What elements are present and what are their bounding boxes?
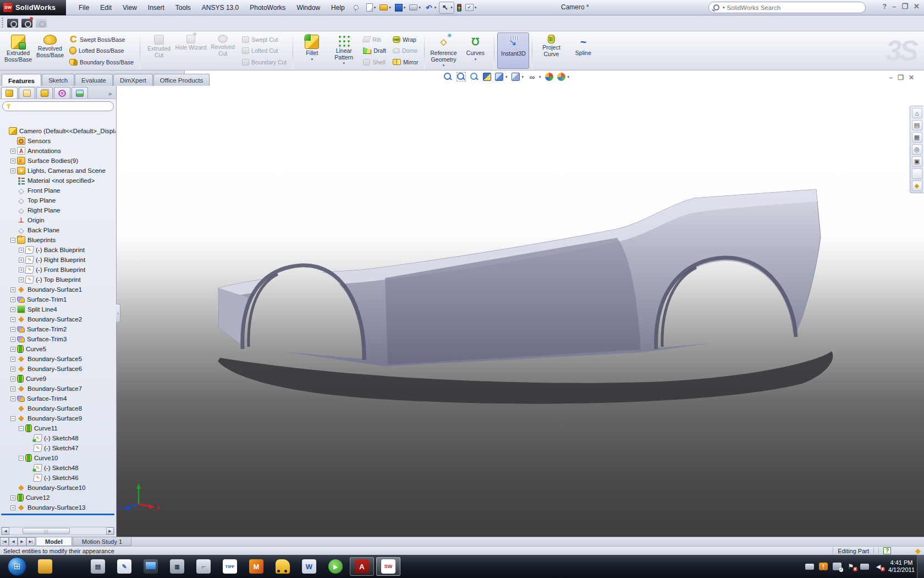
usb-safely-remove-icon[interactable] <box>833 563 842 570</box>
hide-show-items-button[interactable]: ∞▾ <box>527 72 541 81</box>
matlab-taskbar-button[interactable]: M <box>244 557 268 576</box>
rebuild-button[interactable] <box>456 3 463 13</box>
zoom-fit-button[interactable] <box>443 72 453 81</box>
tree-item[interactable]: Right Plane <box>0 205 116 215</box>
last-tab-button[interactable]: ▶| <box>26 537 35 546</box>
filter-input[interactable] <box>14 103 102 110</box>
expand-icon[interactable]: + <box>10 159 15 163</box>
open-button[interactable]: ▾ <box>378 3 392 12</box>
notepad-taskbar-button[interactable]: ✎ <box>112 557 136 576</box>
tree-item[interactable]: Camero (Default<<Default>_Displa <box>0 126 116 136</box>
expand-icon[interactable]: + <box>10 168 15 173</box>
expand-icon[interactable]: + <box>10 396 15 401</box>
tree-filter[interactable] <box>2 101 114 111</box>
expand-icon[interactable]: + <box>10 367 15 372</box>
tab-dimxpert[interactable]: DimXpert <box>113 74 153 86</box>
tree-item[interactable]: +(-) Right Blueprint <box>0 255 116 265</box>
scrollbar-thumb[interactable]: ||| <box>23 528 70 534</box>
extruded-boss-base-button[interactable]: Extruded Boss/Base <box>2 32 34 69</box>
expand-icon[interactable]: + <box>10 149 15 154</box>
tree-item[interactable]: +Surface-Trim4 <box>0 394 116 403</box>
tree-item[interactable]: +Boundary-Surface2 <box>0 314 116 324</box>
previous-view-button[interactable] <box>470 72 479 81</box>
collapse-icon[interactable]: − <box>19 426 24 431</box>
tree-horizontal-scrollbar[interactable]: ◀ ||| ▶ <box>1 527 114 535</box>
tag-icon[interactable]: ◆ <box>915 547 921 555</box>
tree-item[interactable]: +Curve5 <box>0 344 116 354</box>
first-tab-button[interactable]: |◀ <box>0 537 9 546</box>
dropdown-caret-icon[interactable]: ▾ <box>389 6 391 10</box>
car-app-taskbar-button[interactable] <box>271 557 295 576</box>
tree-item[interactable]: +Boundary-Surface13 <box>0 503 116 512</box>
print-render-icon[interactable] <box>36 19 47 28</box>
dropdown-caret-icon[interactable]: ▾ <box>522 75 524 79</box>
menu-window[interactable]: Window <box>292 2 325 13</box>
revolved-boss-base-button[interactable]: Revolved Boss/Base <box>34 32 66 69</box>
toolbar-grip[interactable] <box>2 18 3 29</box>
search-input[interactable] <box>727 4 843 11</box>
collapse-icon[interactable]: − <box>10 238 15 243</box>
menu-file[interactable]: File <box>74 2 94 13</box>
tab-motion-study-1[interactable]: Motion Study 1 <box>73 537 131 546</box>
boundary-boss-base-button[interactable]: Boundary Boss/Base <box>67 57 136 67</box>
expand-icon[interactable]: + <box>10 357 15 362</box>
rollback-bar[interactable] <box>1 514 114 515</box>
start-button[interactable]: ⊞ <box>8 557 26 576</box>
scroll-right-arrow[interactable]: ▶ <box>106 527 114 535</box>
instant3d-button[interactable]: ➝Instant3D <box>497 32 529 69</box>
propertymanager-tab[interactable] <box>19 87 35 99</box>
new-document-button[interactable]: ▾ <box>365 2 377 13</box>
dropdown-caret-icon[interactable]: ▾ <box>443 63 445 68</box>
adobe-reader-taskbar-button[interactable]: A <box>350 557 374 576</box>
tree-item[interactable]: Back Plane <box>0 225 116 235</box>
print-button[interactable]: ▾ <box>408 3 422 12</box>
tree-item[interactable]: +Surface Bodies(9) <box>0 156 116 166</box>
tree-item[interactable]: +Surface-Trim2 <box>0 324 116 334</box>
tree-item[interactable]: Front Plane <box>0 186 116 195</box>
dropdown-caret-icon[interactable]: ▾ <box>419 6 421 10</box>
dropdown-caret-icon[interactable]: ▾ <box>539 75 541 79</box>
view-palette-icon[interactable]: ▣ <box>912 156 922 167</box>
menu-photoworks[interactable]: PhotoWorks <box>245 2 290 13</box>
tree-item[interactable]: Origin <box>0 215 116 225</box>
dropdown-caret-icon[interactable]: ▾ <box>343 61 345 66</box>
tab-office-products[interactable]: Office Products <box>153 74 210 86</box>
custom-properties-icon[interactable]: ◆ <box>912 181 922 191</box>
linear-pattern-button[interactable]: Linear Pattern▾ <box>328 32 360 69</box>
search-box[interactable]: ▾ <box>708 2 866 13</box>
key-tool-taskbar-button[interactable]: ⌐ <box>191 557 216 576</box>
dropdown-caret-icon[interactable]: ▾ <box>568 75 570 79</box>
firefox-browser-taskbar-button[interactable] <box>59 557 84 576</box>
tab-sketch[interactable]: Sketch <box>42 74 74 86</box>
save-button[interactable]: ▾ <box>394 3 407 13</box>
graphics-viewport[interactable]: Z X ⌂▤▦◎▣◆ <box>117 86 924 537</box>
scroll-left-arrow[interactable]: ◀ <box>2 527 9 535</box>
tree-item[interactable]: +Annotations <box>0 146 116 156</box>
help-icon[interactable]: ? <box>882 2 887 10</box>
reference-geometry-button[interactable]: ◇Reference Geometry▾ <box>427 32 459 69</box>
undo-button[interactable]: ↶▾ <box>424 2 438 13</box>
network-status-icon[interactable] <box>860 564 869 570</box>
tree-item[interactable]: −Curve10 <box>0 453 116 463</box>
taskbar-clock[interactable]: 4:41 PM 4/12/2011 <box>888 559 915 574</box>
tree-item[interactable]: −Blueprints <box>0 235 116 245</box>
solidworks-resources-icon[interactable]: ⌂ <box>912 108 922 118</box>
options-button[interactable]: ✔▾ <box>464 3 478 12</box>
dropdown-caret-icon[interactable]: ▾ <box>450 6 453 10</box>
expand-icon[interactable]: + <box>10 327 15 332</box>
menu-tools[interactable]: Tools <box>170 2 196 13</box>
expand-icon[interactable]: + <box>10 307 15 312</box>
expand-icon[interactable]: + <box>19 268 24 272</box>
render-preview-icon[interactable] <box>21 19 32 28</box>
expand-icon[interactable]: + <box>10 495 15 500</box>
tree-item[interactable]: +(-) Top Blueprint <box>0 275 116 285</box>
expand-icon[interactable]: + <box>19 277 24 282</box>
panel-collapse-handle[interactable]: ‹ <box>116 304 120 323</box>
file-explorer-icon[interactable]: ▦ <box>912 132 922 143</box>
tree-item[interactable]: +Split Line4 <box>0 304 116 314</box>
tab-features[interactable]: Features <box>2 74 41 86</box>
featuremanager-tab[interactable] <box>1 87 18 99</box>
spline-button[interactable]: ~Spline <box>567 32 599 69</box>
menu-ansys-13-0[interactable]: ANSYS 13.0 <box>197 2 244 13</box>
computer-taskbar-button[interactable] <box>139 557 163 576</box>
